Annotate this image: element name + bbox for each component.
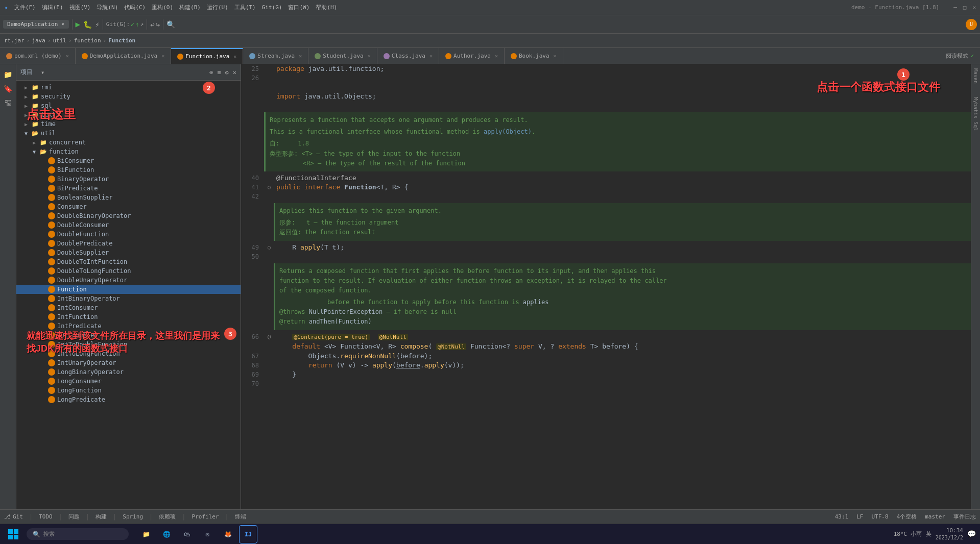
tree-item-doublepredicate[interactable]: DoublePredicate <box>16 239 241 248</box>
taskbar-app-firefox[interactable]: 🦊 <box>219 525 237 543</box>
menu-help[interactable]: 帮助(H) <box>316 4 337 11</box>
tree-item-doublesupplier[interactable]: DoubleSupplier <box>16 248 241 257</box>
tab-close-class[interactable]: ✕ <box>429 53 433 59</box>
tree-item-longconsumer[interactable]: LongConsumer <box>16 377 241 386</box>
tree-item-inttodoublefunction[interactable]: IntToDoubleFunction <box>16 340 241 349</box>
breadcrumb-function[interactable]: function <box>74 37 101 44</box>
menu-git[interactable]: Git(G) <box>262 4 282 11</box>
taskbar-app-mail[interactable]: ✉ <box>198 525 217 543</box>
tree-item-inttolongfunction[interactable]: IntToLongFunction <box>16 349 241 358</box>
search-btn[interactable]: 🔍 <box>166 20 175 29</box>
tree-item-longpredicate[interactable]: LongPredicate <box>16 395 241 404</box>
git-btn[interactable]: Git(G): <box>106 21 130 28</box>
tree-item-consumer[interactable]: Consumer <box>16 202 241 211</box>
tree-item-time[interactable]: ▶ 📁 time <box>16 119 241 129</box>
code-editor[interactable]: 1 点击一个函数式接口文件 25 package java.util.funct… <box>241 64 971 509</box>
event-log-label[interactable]: 事件日志 <box>953 513 976 521</box>
tab-close-author[interactable]: ✕ <box>495 53 498 59</box>
menu-file[interactable]: 文件(F) <box>14 4 36 11</box>
sidebar-settings-icon[interactable]: ⚙ <box>225 69 229 76</box>
breadcrumb-util[interactable]: util <box>53 37 67 44</box>
tree-item-doublefunction[interactable]: DoubleFunction <box>16 230 241 239</box>
tree-item-doubletolongfunction[interactable]: DoubleToLongFunction <box>16 266 241 276</box>
redo-btn[interactable]: ↪ <box>156 20 160 29</box>
tree-item-longbinaryoperator[interactable]: LongBinaryOperator <box>16 367 241 377</box>
menu-nav[interactable]: 导航(N) <box>97 4 118 11</box>
profile-btn[interactable]: ⚡ <box>95 20 99 29</box>
tree-item-intfunction[interactable]: IntFunction <box>16 312 241 322</box>
tab-class[interactable]: Class.java ✕ <box>377 48 439 64</box>
tree-item-booleansupplier[interactable]: BooleanSupplier <box>16 193 241 202</box>
encoding-label[interactable]: UTF-8 <box>872 513 889 520</box>
line-endings[interactable]: LF <box>856 513 863 520</box>
sidebar-icon-project[interactable]: 📁 <box>2 68 14 81</box>
reader-mode-btn[interactable]: 阅读模式 ✓ <box>940 48 980 64</box>
branch-label[interactable]: master <box>925 513 945 520</box>
sidebar-icon-structure[interactable]: 🏗 <box>2 97 14 109</box>
taskbar-app-jetbrains[interactable]: IJ <box>239 525 257 543</box>
bottom-todo-btn[interactable]: TODO <box>39 513 53 520</box>
undo-btn[interactable]: ↩ <box>150 20 154 29</box>
bottom-terminal-btn[interactable]: 终端 <box>235 513 246 521</box>
tree-item-doublebinaryoperator[interactable]: DoubleBinaryOperator <box>16 211 241 220</box>
git-branch[interactable]: ↗ <box>140 21 144 28</box>
bottom-problems-btn[interactable]: 问题 <box>68 513 80 521</box>
bottom-git-btn[interactable]: ⎇ Git <box>4 513 23 520</box>
tree-item-concurrent[interactable]: ▶ 📁 concurrent <box>16 138 241 147</box>
start-button[interactable] <box>4 525 22 543</box>
taskbar-app-store[interactable]: 🛍 <box>178 525 196 543</box>
menu-edit[interactable]: 编辑(E) <box>42 4 63 11</box>
tab-close-function[interactable]: ✕ <box>233 54 236 59</box>
taskbar-search-box[interactable]: 🔍 搜索 <box>27 528 129 540</box>
close-btn[interactable]: ✕ <box>972 4 976 11</box>
tab-close-demoapplication[interactable]: ✕ <box>161 53 164 59</box>
sidebar-collapse-icon[interactable]: ≡ <box>217 69 221 76</box>
tree-item-function-folder[interactable]: ▼ 📂 function <box>16 147 241 156</box>
tree-item-intunaryoperator[interactable]: IntUnaryOperator <box>16 358 241 367</box>
tab-stream[interactable]: Stream.java ✕ <box>243 48 308 64</box>
bottom-profiler-btn[interactable]: Profiler <box>192 513 219 520</box>
tree-item-sql[interactable]: ▶ 📁 sql <box>16 101 241 110</box>
tab-pom[interactable]: pom.xml (demo) ✕ <box>0 48 76 64</box>
maven-icon[interactable]: Maven <box>973 68 978 84</box>
menu-tools[interactable]: 工具(T) <box>234 4 256 11</box>
menu-build[interactable]: 构建(B) <box>179 4 201 11</box>
tree-item-doubleunaryoperator[interactable]: DoubleUnaryOperator <box>16 276 241 285</box>
breadcrumb-rtjar[interactable]: rt.jar <box>4 37 25 44</box>
tab-close-pom[interactable]: ✕ <box>66 53 69 59</box>
tab-function[interactable]: Function.java ✕ <box>171 48 243 64</box>
breadcrumb-function-class[interactable]: Function <box>108 37 135 44</box>
sidebar-icon-bookmark[interactable]: 🔖 <box>2 83 14 95</box>
menu-code[interactable]: 代码(C) <box>124 4 146 11</box>
menu-refactor[interactable]: 重构(O) <box>152 4 173 11</box>
tree-item-doubletointfunction[interactable]: DoubleToIntFunction <box>16 257 241 266</box>
tree-item-text[interactable]: ▶ 📁 text <box>16 110 241 119</box>
bottom-spring-btn[interactable]: Spring <box>123 513 143 520</box>
mybatis-icon[interactable]: Mybatis Sql <box>973 97 978 131</box>
tab-author[interactable]: Author.java ✕ <box>439 48 505 64</box>
taskbar-app-explorer[interactable]: 📁 <box>137 525 155 543</box>
tree-item-binaryoperator[interactable]: BinaryOperator <box>16 175 241 184</box>
sidebar-close-icon[interactable]: ✕ <box>233 69 236 76</box>
taskbar-app-edge[interactable]: 🌐 <box>157 525 176 543</box>
tab-close-stream[interactable]: ✕ <box>299 53 302 59</box>
menu-window[interactable]: 窗口(W) <box>288 4 309 11</box>
tree-item-biconsumer[interactable]: BiConsumer <box>16 156 241 165</box>
tab-demoapplication[interactable]: DemoApplication.java ✕ <box>76 48 171 64</box>
tree-item-intpredicate[interactable]: IntPredicate <box>16 322 241 331</box>
bottom-build-btn[interactable]: 构建 <box>95 513 107 521</box>
indent-label[interactable]: 4个空格 <box>897 513 917 521</box>
git-up[interactable]: ↑ <box>135 21 139 28</box>
tab-close-book[interactable]: ✕ <box>554 53 557 59</box>
menu-run[interactable]: 运行(U) <box>207 4 228 11</box>
bottom-dependency-btn[interactable]: 依赖项 <box>159 513 176 521</box>
sidebar-locate-icon[interactable]: ⊕ <box>209 69 213 76</box>
tree-item-intsupplier[interactable]: IntSupplier <box>16 331 241 340</box>
toolbar-run-config[interactable]: DemoApplication ▾ <box>3 20 69 29</box>
tree-item-doubleconsumer[interactable]: DoubleConsumer <box>16 220 241 230</box>
tab-book[interactable]: Book.java ✕ <box>505 48 563 64</box>
run-btn[interactable]: ▶ <box>76 19 81 29</box>
tab-student[interactable]: Student.java ✕ <box>308 48 377 64</box>
tree-item-bifunction[interactable]: BiFunction <box>16 165 241 175</box>
tab-close-student[interactable]: ✕ <box>368 53 371 59</box>
